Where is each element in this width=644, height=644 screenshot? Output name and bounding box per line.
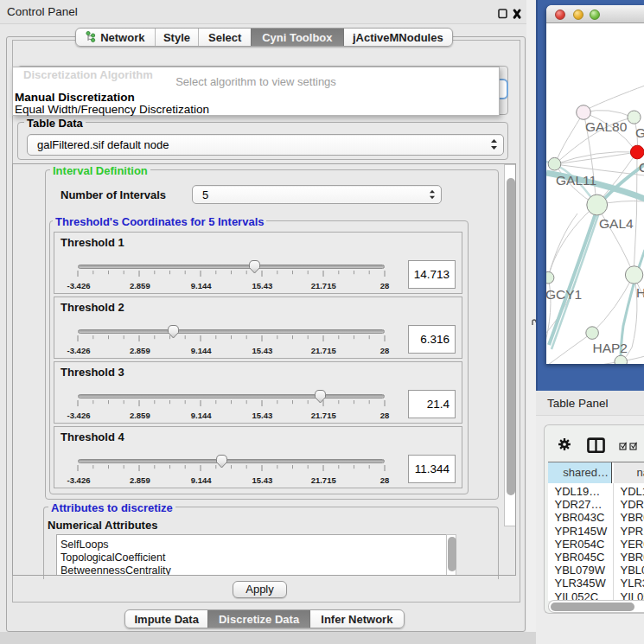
svg-text:GAL11: GAL11 [556, 173, 596, 188]
svg-text:HAP2: HAP2 [592, 341, 628, 355]
svg-text:GAL80: GAL80 [585, 119, 628, 134]
svg-text:H: H [636, 285, 644, 300]
svg-text:GCY1: GCY1 [546, 287, 582, 302]
svg-text:GA: GA [635, 125, 644, 140]
svg-text:GAL4: GAL4 [599, 216, 634, 231]
svg-text:C: C [639, 160, 644, 175]
